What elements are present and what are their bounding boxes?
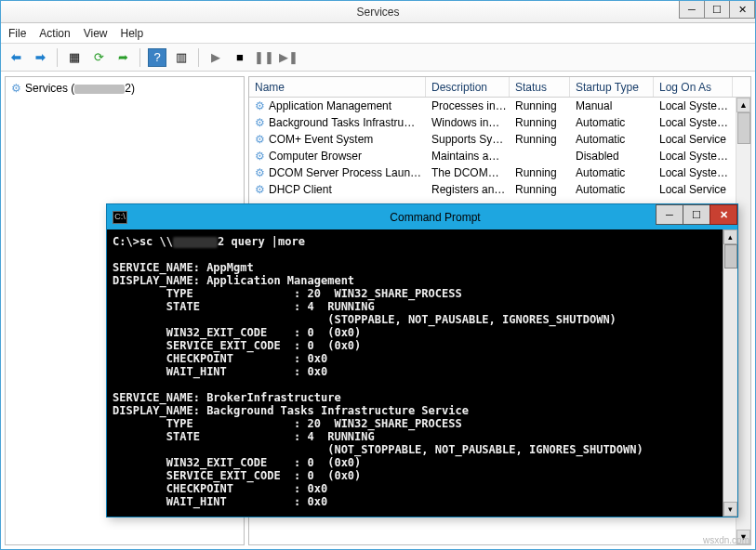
scroll-up-icon[interactable]: ▲ <box>736 98 750 112</box>
service-startup: Automatic <box>570 131 654 148</box>
cmd-scroll-down-icon[interactable]: ▾ <box>723 502 737 517</box>
cmd-maximize[interactable]: ☐ <box>683 204 710 225</box>
tree-root-prefix: Services ( <box>25 82 74 95</box>
service-icon: ⚙ <box>255 116 265 129</box>
services-list[interactable]: ⚙Application ManagementProcesses in…Runn… <box>249 98 750 198</box>
service-row[interactable]: ⚙Application ManagementProcesses in…Runn… <box>249 98 750 114</box>
toolbar: ⬅ ➡ ▦ ⟳ ➦ ? ▥ ▶ ■ ❚❚ ▶❚ <box>1 44 755 72</box>
service-desc: Windows in… <box>426 114 510 131</box>
command-prompt-window: C:\ Command Prompt ─ ☐ ✕ C:\>sc \\2 quer… <box>106 203 738 517</box>
refresh-icon[interactable]: ⟳ <box>89 48 108 67</box>
service-name: COM+ Event System <box>269 133 373 146</box>
service-icon: ⚙ <box>255 150 265 163</box>
services-titlebar: Services ─ ☐ ✕ <box>1 1 755 23</box>
cmd-icon: C:\ <box>113 211 127 224</box>
export-list-icon[interactable]: ➦ <box>113 48 132 67</box>
help-icon[interactable]: ? <box>148 48 166 67</box>
service-name: DCOM Server Process Laun… <box>269 166 421 179</box>
window-maximize[interactable]: ☐ <box>704 0 730 19</box>
menu-action[interactable]: Action <box>39 27 70 40</box>
service-desc: Maintains a… <box>426 148 510 164</box>
cmd-scroll-thumb[interactable] <box>724 244 737 268</box>
cmd-minimize[interactable]: ─ <box>656 204 683 225</box>
service-name: Application Management <box>269 99 391 112</box>
toolbar-separator <box>57 48 58 67</box>
service-icon: ⚙ <box>255 99 265 112</box>
service-logon: Local Syste… <box>654 148 733 164</box>
service-name: DHCP Client <box>269 183 332 196</box>
command-prompt-title: Command Prompt <box>133 211 737 224</box>
properties-icon[interactable]: ▥ <box>172 48 191 67</box>
forward-button[interactable]: ➡ <box>31 48 49 67</box>
menubar: File Action View Help <box>1 23 755 44</box>
tree-root-services[interactable]: ⚙ Services (2) <box>9 81 240 96</box>
service-row[interactable]: ⚙DHCP ClientRegisters an…RunningAutomati… <box>249 181 750 198</box>
cmd-scrollbar[interactable]: ▴ ▾ <box>723 229 737 517</box>
back-button[interactable]: ⬅ <box>7 48 25 67</box>
tree-root-label: Services (2) <box>25 82 135 95</box>
service-name: Computer Browser <box>269 150 362 163</box>
service-desc: Supports Sy… <box>426 131 510 148</box>
window-close[interactable]: ✕ <box>729 0 755 19</box>
menu-view[interactable]: View <box>84 27 108 40</box>
service-status <box>510 148 570 164</box>
service-status: Running <box>510 164 570 181</box>
service-desc: Processes in… <box>426 98 510 114</box>
restart-service-icon[interactable]: ▶❚ <box>279 48 298 67</box>
list-header: Name Description Status Startup Type Log… <box>249 77 750 98</box>
col-header-desc[interactable]: Description <box>426 77 510 97</box>
cmd-scroll-up-icon[interactable]: ▴ <box>723 229 737 244</box>
service-status: Running <box>510 98 570 114</box>
tree-root-suffix: 2) <box>125 82 135 95</box>
service-row[interactable]: ⚙DCOM Server Process Laun…The DCOM…Runni… <box>249 164 750 181</box>
menu-help[interactable]: Help <box>121 27 144 40</box>
services-icon: ⚙ <box>11 82 21 95</box>
service-logon: Local Syste… <box>654 164 733 181</box>
service-name: Background Tasks Infrastru… <box>269 116 415 129</box>
col-header-logon[interactable]: Log On As <box>654 77 733 97</box>
command-prompt-controls: ─ ☐ ✕ <box>657 204 737 225</box>
command-prompt-titlebar[interactable]: C:\ Command Prompt ─ ☐ ✕ <box>107 204 737 229</box>
service-startup: Automatic <box>570 181 654 198</box>
window-minimize[interactable]: ─ <box>679 0 705 19</box>
service-startup: Disabled <box>570 148 654 164</box>
cmd-close[interactable]: ✕ <box>710 204 737 225</box>
stop-service-icon[interactable]: ■ <box>231 48 249 67</box>
service-row[interactable]: ⚙COM+ Event SystemSupports Sy…RunningAut… <box>249 131 750 148</box>
service-icon: ⚙ <box>255 183 265 196</box>
col-header-startup[interactable]: Startup Type <box>570 77 654 97</box>
service-startup: Manual <box>570 98 654 114</box>
watermark: wsxdn.com <box>703 535 749 545</box>
service-icon: ⚙ <box>255 133 265 146</box>
toolbar-separator <box>139 48 140 67</box>
service-desc: Registers an… <box>426 181 510 198</box>
pause-service-icon[interactable]: ❚❚ <box>255 48 273 67</box>
command-prompt-output[interactable]: C:\>sc \\2 query |more SERVICE_NAME: App… <box>107 229 723 517</box>
toolbar-separator <box>198 48 199 67</box>
service-row[interactable]: ⚙Computer BrowserMaintains a…DisabledLoc… <box>249 148 750 164</box>
service-status: Running <box>510 181 570 198</box>
menu-file[interactable]: File <box>8 27 26 40</box>
service-logon: Local Service <box>654 131 733 148</box>
window-controls: ─ ☐ ✕ <box>680 0 755 19</box>
service-status: Running <box>510 131 570 148</box>
show-hide-tree-icon[interactable]: ▦ <box>65 48 84 67</box>
service-row[interactable]: ⚙Background Tasks Infrastru…Windows in…R… <box>249 114 750 131</box>
start-service-icon[interactable]: ▶ <box>206 48 225 67</box>
scroll-thumb[interactable] <box>737 112 750 144</box>
service-icon: ⚙ <box>255 166 265 179</box>
col-header-name[interactable]: Name <box>249 77 426 97</box>
service-startup: Automatic <box>570 164 654 181</box>
col-header-status[interactable]: Status <box>510 77 570 97</box>
service-logon: Local Syste… <box>654 98 733 114</box>
service-desc: The DCOM… <box>426 164 510 181</box>
redacted-hostname <box>74 85 125 94</box>
service-status: Running <box>510 114 570 131</box>
service-startup: Automatic <box>570 114 654 131</box>
window-title: Services <box>1 6 755 19</box>
service-logon: Local Syste… <box>654 114 733 131</box>
service-logon: Local Service <box>654 181 733 198</box>
